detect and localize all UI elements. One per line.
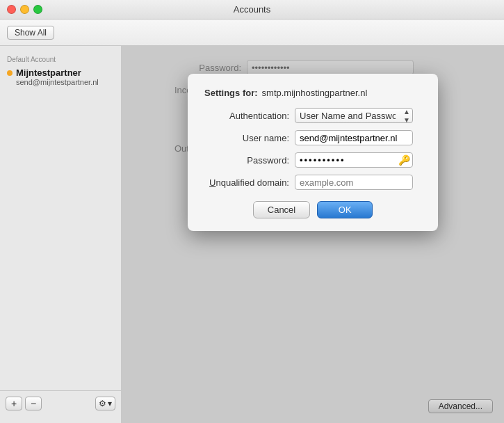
password-modal-label: Password: <box>204 155 295 166</box>
modal-settings-header: Settings for: smtp.mijnhostingpartner.nl <box>204 88 421 98</box>
modal-overlay: Settings for: smtp.mijnhostingpartner.nl… <box>122 46 504 423</box>
main-area: Default Account Mijntestpartner send@mij… <box>0 46 504 423</box>
auth-select-wrapper: User Name and Password None MD5 Challeng… <box>295 108 413 123</box>
ok-button[interactable]: OK <box>317 201 373 218</box>
account-email: send@mijntestpartner.nl <box>7 78 114 86</box>
username-row: User name: <box>204 130 421 145</box>
unqualified-label: Unqualified domain: <box>204 177 295 188</box>
key-icon: 🔑 <box>398 154 410 166</box>
unqualified-label-text: Unqualified domain: <box>209 177 289 188</box>
account-dot <box>7 70 13 76</box>
password-modal-field[interactable] <box>295 152 413 168</box>
modal-buttons: Cancel OK <box>204 201 421 218</box>
remove-account-button[interactable]: − <box>25 397 42 410</box>
titlebar-buttons <box>7 5 42 14</box>
maximize-button[interactable] <box>33 5 42 14</box>
gear-menu-button[interactable]: ⚙ ▾ <box>95 397 115 410</box>
toolbar: Show All <box>0 19 504 46</box>
chevron-down-icon: ▾ <box>108 399 112 408</box>
sidebar: Default Account Mijntestpartner send@mij… <box>0 46 122 423</box>
settings-for-label: Settings for: <box>204 88 258 98</box>
unqualified-row: Unqualified domain: <box>204 175 421 190</box>
account-section-label: Default Account <box>0 53 121 65</box>
right-content: Password: Incoming server: : Override de… <box>122 46 504 423</box>
password-wrapper: 🔑 <box>295 152 413 168</box>
sidebar-bottom: + − ⚙ ▾ <box>0 390 121 416</box>
add-account-button[interactable]: + <box>6 397 22 410</box>
gear-icon: ⚙ <box>99 399 106 408</box>
account-item[interactable]: Mijntestpartner send@mijntestpartner.nl <box>0 65 121 89</box>
minimize-button[interactable] <box>20 5 29 14</box>
close-button[interactable] <box>7 5 16 14</box>
unqualified-field[interactable] <box>295 175 413 190</box>
username-field[interactable] <box>295 130 413 145</box>
titlebar: Accounts <box>0 0 504 19</box>
account-name: Mijntestpartner <box>7 67 114 78</box>
show-all-button[interactable]: Show All <box>7 26 54 40</box>
window-title: Accounts <box>234 4 270 15</box>
auth-row: Authentication: User Name and Password N… <box>204 108 421 123</box>
cancel-button[interactable]: Cancel <box>253 201 310 218</box>
modal-dialog: Settings for: smtp.mijnhostingpartner.nl… <box>188 74 438 231</box>
username-label: User name: <box>204 133 295 143</box>
password-modal-row: Password: 🔑 <box>204 152 421 168</box>
auth-select[interactable]: User Name and Password None MD5 Challeng… <box>295 108 413 123</box>
auth-label: Authentication: <box>204 111 295 121</box>
settings-for-value: smtp.mijnhostingpartner.nl <box>262 88 368 98</box>
